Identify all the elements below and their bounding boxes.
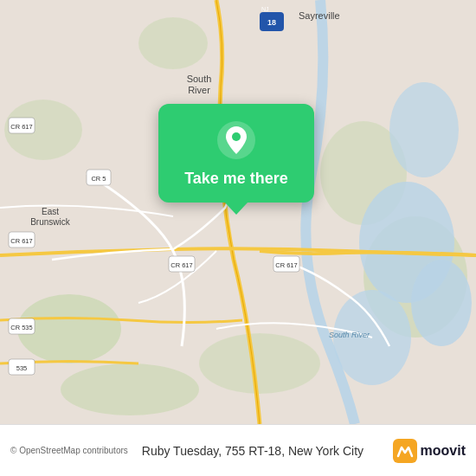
svg-text:South River: South River [329,331,370,339]
svg-text:18: 18 [267,18,276,27]
svg-point-36 [232,132,241,141]
svg-point-9 [411,260,472,346]
map-container: 18 NJ CR 5 CR 617 CR 617 CR 617 CR 617 C… [0,0,476,424]
svg-text:South: South [187,74,212,84]
svg-point-10 [389,82,459,177]
svg-text:Brunswick: Brunswick [30,217,71,227]
svg-text:CR 617: CR 617 [10,123,32,131]
take-me-there-popup[interactable]: Take me there [158,104,314,203]
svg-point-2 [61,363,199,415]
svg-point-7 [138,17,208,69]
svg-text:NJ: NJ [261,6,269,12]
svg-text:Sayreville: Sayreville [299,10,340,21]
moovit-text: moovit [421,443,466,459]
osm-attribution: © OpenStreetMap contributors [10,446,128,455]
location-title: Ruby Tuesday, 755 RT-18, New York City [142,444,386,458]
svg-text:CR 617: CR 617 [170,261,192,269]
bottom-bar: © OpenStreetMap contributors Ruby Tuesda… [0,424,476,476]
svg-text:CR 5: CR 5 [91,175,106,183]
svg-text:River: River [188,85,210,95]
svg-text:East: East [42,207,59,216]
moovit-logo: moovit [393,439,466,463]
location-pin-icon [217,121,255,159]
svg-text:535: 535 [16,364,28,372]
svg-text:CR 535: CR 535 [10,324,32,331]
svg-point-6 [199,333,320,394]
svg-text:CR 617: CR 617 [10,237,32,245]
popup-label: Take me there [184,170,288,189]
moovit-icon [393,439,417,463]
svg-text:CR 617: CR 617 [275,261,297,269]
